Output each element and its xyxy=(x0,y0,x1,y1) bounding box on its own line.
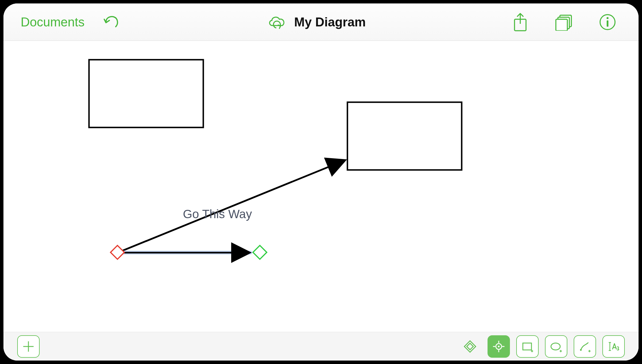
documents-button[interactable]: Documents xyxy=(21,15,85,29)
line-end-handle[interactable] xyxy=(253,245,267,259)
stack-icon xyxy=(554,13,573,31)
rectangle-icon xyxy=(521,340,534,353)
bottom-toolbar xyxy=(3,332,639,361)
canvases-button[interactable] xyxy=(554,13,573,31)
pointer-tool-button[interactable] xyxy=(488,335,510,358)
oval-icon xyxy=(549,340,563,353)
svg-point-6 xyxy=(607,17,609,19)
info-button[interactable] xyxy=(599,13,616,31)
info-icon xyxy=(599,13,616,31)
share-icon xyxy=(512,12,528,32)
line-start-handle[interactable] xyxy=(111,245,124,259)
device-frame: Documents My Diagram xyxy=(0,0,642,364)
line-tool-button[interactable] xyxy=(574,335,596,358)
top-toolbar: Documents My Diagram xyxy=(3,3,639,41)
cloud-sync-icon[interactable] xyxy=(267,13,287,31)
text-tool-button[interactable] xyxy=(602,335,625,358)
document-title[interactable]: My Diagram xyxy=(294,15,366,29)
undo-button[interactable] xyxy=(102,14,120,30)
svg-point-15 xyxy=(498,346,500,347)
rectangle-tool-button[interactable] xyxy=(516,335,539,358)
text-icon xyxy=(607,340,620,353)
share-button[interactable] xyxy=(512,12,528,32)
svg-rect-20 xyxy=(523,343,531,350)
svg-rect-12 xyxy=(464,341,476,352)
canvas[interactable]: Go This Way xyxy=(3,41,639,332)
shape-rect-1[interactable] xyxy=(89,60,203,127)
pointer-icon xyxy=(492,340,505,353)
arrow-line-1[interactable] xyxy=(118,160,345,253)
diamond-selection-button[interactable] xyxy=(459,335,481,358)
add-button[interactable] xyxy=(17,335,40,358)
app-screen: Documents My Diagram xyxy=(3,3,639,361)
undo-icon xyxy=(102,14,120,30)
arrow-line-selected[interactable] xyxy=(111,245,267,259)
svg-rect-7 xyxy=(607,20,608,27)
arrow-label[interactable]: Go This Way xyxy=(183,207,252,221)
svg-rect-13 xyxy=(467,343,473,350)
shape-rect-2[interactable] xyxy=(347,102,462,170)
plus-icon xyxy=(22,340,35,353)
svg-point-26 xyxy=(580,349,582,351)
canvas-svg xyxy=(3,41,639,332)
oval-tool-button[interactable] xyxy=(545,335,567,358)
line-icon xyxy=(578,340,592,353)
svg-rect-4 xyxy=(556,19,567,31)
diamond-icon xyxy=(462,338,478,355)
svg-point-23 xyxy=(551,343,560,350)
